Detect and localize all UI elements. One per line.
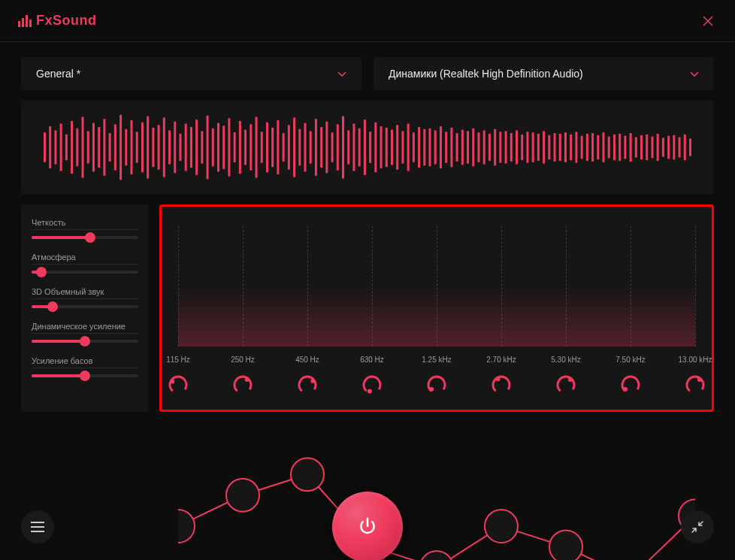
svg-rect-27	[190, 127, 192, 168]
svg-rect-59	[364, 120, 366, 175]
eq-node[interactable]	[291, 458, 324, 491]
svg-rect-115	[667, 136, 670, 159]
eq-band-line[interactable]	[307, 226, 308, 347]
svg-rect-12	[109, 133, 111, 162]
eq-band-label: 250 Hz	[225, 356, 261, 364]
svg-rect-69	[418, 127, 420, 168]
slider-0: Четкость	[32, 218, 138, 239]
svg-rect-42	[271, 128, 274, 167]
eq-band-line[interactable]	[372, 226, 373, 347]
svg-rect-16	[130, 120, 132, 174]
svg-rect-102	[597, 135, 599, 159]
output-label: Динамики (Realtek High Definition Audio)	[389, 68, 583, 80]
slider-4: Усиление басов	[32, 356, 138, 377]
svg-rect-40	[261, 132, 263, 162]
svg-rect-107	[624, 136, 626, 159]
svg-rect-64	[391, 130, 393, 165]
svg-rect-56	[347, 131, 349, 165]
svg-rect-24	[174, 122, 176, 173]
svg-rect-70	[423, 129, 425, 166]
svg-rect-67	[407, 124, 410, 171]
svg-rect-32	[217, 123, 219, 172]
slider-label: Атмосфера	[32, 253, 138, 265]
slider-track[interactable]	[32, 340, 138, 343]
svg-rect-0	[44, 132, 46, 162]
svg-rect-106	[619, 134, 621, 161]
collapse-icon	[691, 521, 703, 533]
svg-rect-61	[374, 123, 377, 173]
eq-knob[interactable]	[490, 374, 513, 396]
eq-band-label: 7.50 kHz	[612, 356, 649, 364]
svg-rect-9	[92, 123, 95, 172]
eq-knob[interactable]	[231, 374, 254, 396]
slider-track[interactable]	[32, 374, 138, 377]
eq-band-line[interactable]	[695, 226, 696, 347]
close-icon	[702, 15, 714, 27]
svg-rect-84	[499, 132, 501, 162]
menu-button[interactable]	[21, 510, 54, 543]
eq-band-line[interactable]	[566, 226, 567, 347]
eq-band-line[interactable]	[631, 226, 631, 347]
svg-rect-7	[82, 117, 84, 178]
svg-rect-86	[510, 133, 513, 162]
svg-rect-39	[256, 117, 258, 178]
svg-rect-63	[386, 128, 388, 167]
eq-node[interactable]	[420, 551, 453, 560]
slider-track[interactable]	[32, 305, 138, 308]
eq-band-line[interactable]	[437, 226, 437, 347]
eq-knob[interactable]	[296, 374, 319, 396]
svg-rect-31	[212, 129, 214, 166]
app-window: FxSound General * Динамики (Realtek High…	[0, 0, 735, 560]
svg-rect-94	[554, 133, 556, 162]
eq-knob[interactable]	[361, 374, 383, 396]
titlebar: FxSound	[0, 0, 735, 42]
lower-row: Четкость Атмосфера 3D Объемный звук Дина…	[21, 204, 714, 412]
slider-thumb[interactable]	[47, 301, 58, 312]
eq-knob[interactable]	[167, 374, 189, 396]
eq-band-line[interactable]	[501, 226, 502, 347]
eq-knob[interactable]	[555, 374, 577, 396]
eq-node[interactable]	[226, 479, 259, 512]
svg-rect-14	[119, 115, 122, 180]
power-button[interactable]	[332, 492, 403, 560]
svg-rect-101	[591, 133, 594, 162]
slider-track[interactable]	[32, 236, 138, 239]
slider-2: 3D Объемный звук	[32, 287, 138, 308]
collapse-button[interactable]	[681, 510, 714, 543]
slider-thumb[interactable]	[85, 232, 95, 243]
eq-knobs-row	[178, 374, 695, 396]
svg-rect-73	[440, 126, 442, 168]
svg-point-133	[568, 377, 573, 382]
slider-thumb[interactable]	[36, 267, 47, 277]
svg-rect-30	[207, 116, 209, 180]
svg-rect-44	[283, 133, 285, 162]
svg-rect-66	[401, 131, 404, 163]
slider-label: Усиление басов	[32, 356, 138, 368]
preset-select[interactable]: General *	[21, 57, 361, 90]
eq-knob[interactable]	[684, 374, 706, 396]
slider-track[interactable]	[32, 271, 138, 274]
svg-point-135	[623, 387, 628, 392]
eq-knob[interactable]	[425, 374, 448, 396]
output-select[interactable]: Динамики (Realtek High Definition Audio)	[374, 57, 714, 90]
svg-rect-49	[310, 131, 312, 163]
svg-rect-82	[488, 134, 491, 161]
eq-band-line[interactable]	[243, 226, 243, 347]
eq-band-line[interactable]	[178, 226, 179, 347]
svg-rect-46	[293, 117, 295, 177]
eq-knob[interactable]	[619, 374, 642, 396]
svg-rect-2	[54, 131, 56, 165]
svg-rect-74	[445, 132, 447, 162]
slider-thumb[interactable]	[80, 371, 90, 381]
svg-rect-18	[141, 123, 144, 173]
slider-thumb[interactable]	[80, 336, 90, 347]
svg-point-126	[364, 377, 380, 393]
content-area: General * Динамики (Realtek High Definit…	[0, 42, 735, 412]
svg-rect-4	[65, 135, 68, 160]
close-button[interactable]	[699, 12, 717, 30]
svg-rect-15	[125, 129, 127, 166]
svg-rect-13	[114, 124, 116, 170]
svg-rect-97	[570, 135, 572, 160]
effects-sliders-panel: Четкость Атмосфера 3D Объемный звук Дина…	[21, 204, 149, 412]
app-name: FxSound	[36, 13, 97, 29]
